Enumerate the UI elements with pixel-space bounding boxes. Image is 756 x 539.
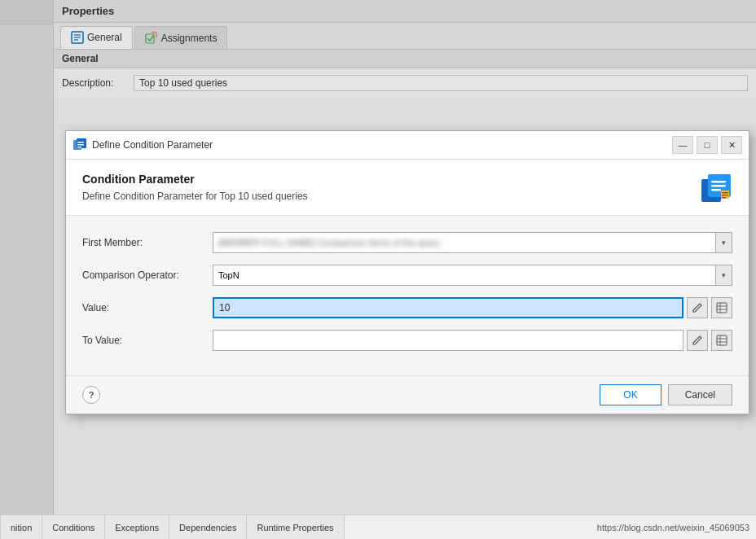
- dialog-title-text: Define Condition Parameter: [92, 139, 213, 151]
- dialog-footer: ? OK Cancel: [66, 375, 749, 414]
- svg-rect-25: [717, 335, 727, 345]
- svg-rect-9: [77, 142, 84, 143]
- svg-rect-15: [711, 185, 726, 187]
- dialog-maximize-button[interactable]: □: [697, 136, 718, 154]
- dialog-header-subtitle: Define Condition Parameter for Top 10 us…: [82, 191, 308, 202]
- table-icon: [716, 302, 727, 313]
- bottom-tab-exceptions[interactable]: Exceptions: [105, 515, 169, 539]
- comparison-operator-label: Comparison Operator:: [82, 270, 204, 281]
- svg-rect-19: [722, 195, 728, 196]
- comparison-operator-value: TopN: [218, 270, 240, 280]
- dialog-titlebar: Define Condition Parameter — □ ✕: [66, 131, 749, 160]
- dialog-controls: — □ ✕: [672, 136, 742, 154]
- to-value-edit-button[interactable]: [687, 330, 708, 351]
- comparison-operator-dropdown[interactable]: ▾: [716, 265, 732, 286]
- comparison-operator-row: Comparison Operator: TopN ▾: [82, 265, 732, 286]
- dialog-minimize-button[interactable]: —: [672, 136, 693, 154]
- comparison-operator-display[interactable]: TopN: [213, 265, 716, 286]
- dialog-header-title: Condition Parameter: [82, 173, 308, 186]
- to-value-row: To Value:: [82, 330, 732, 351]
- dialog-header-icon: [700, 173, 732, 205]
- footer-buttons: OK Cancel: [600, 384, 732, 405]
- svg-rect-14: [711, 181, 726, 183]
- first-member-label: First Member:: [82, 237, 204, 248]
- to-value-table-button[interactable]: [711, 330, 732, 351]
- value-table-button[interactable]: [711, 297, 732, 318]
- comparison-operator-control: TopN ▾: [213, 265, 732, 286]
- define-condition-dialog: Define Condition Parameter — □ ✕ Conditi…: [65, 130, 749, 414]
- svg-rect-10: [77, 144, 84, 146]
- cancel-button[interactable]: Cancel: [668, 384, 732, 405]
- value-control-wrap: [213, 297, 732, 318]
- pencil-icon-2: [692, 335, 703, 346]
- dialog-title-left: Define Condition Parameter: [73, 138, 213, 152]
- pencil-icon: [692, 302, 703, 313]
- value-row: Value:: [82, 297, 732, 318]
- bottom-tabs: nition Conditions Exceptions Dependencie…: [0, 515, 345, 539]
- value-input[interactable]: [213, 297, 683, 318]
- svg-rect-21: [717, 303, 727, 313]
- svg-rect-20: [722, 197, 726, 199]
- dialog-close-button[interactable]: ✕: [721, 136, 742, 154]
- first-member-row: First Member: [MEMBER FULL NAME] Compari…: [82, 232, 732, 253]
- to-value-label: To Value:: [82, 335, 204, 346]
- bottom-tab-dependencies[interactable]: Dependencies: [169, 515, 247, 539]
- bottom-url: https://blog.csdn.net/weixin_45069053: [597, 523, 756, 532]
- bottom-bar: nition Conditions Exceptions Dependencie…: [0, 515, 756, 539]
- value-label: Value:: [82, 302, 204, 313]
- bottom-tab-conditions[interactable]: Conditions: [42, 515, 105, 539]
- to-value-control-wrap: [213, 330, 732, 351]
- value-edit-button[interactable]: [687, 297, 708, 318]
- help-button[interactable]: ?: [82, 386, 100, 404]
- table-icon-2: [716, 335, 727, 346]
- dialog-title-icon: [73, 138, 87, 152]
- svg-rect-11: [77, 147, 81, 148]
- dialog-body: First Member: [MEMBER FULL NAME] Compari…: [66, 216, 749, 375]
- ok-button[interactable]: OK: [600, 384, 661, 405]
- svg-rect-18: [722, 192, 728, 194]
- bottom-tab-runtime[interactable]: Runtime Properties: [247, 515, 344, 539]
- svg-rect-16: [711, 189, 721, 191]
- first-member-control: [MEMBER FULL NAME] Comparison Items of t…: [213, 232, 732, 253]
- dialog-header-text: Condition Parameter Define Condition Par…: [82, 173, 308, 202]
- to-value-input[interactable]: [213, 330, 683, 351]
- first-member-display[interactable]: [MEMBER FULL NAME] Comparison Items of t…: [213, 232, 716, 253]
- dialog-header: Condition Parameter Define Condition Par…: [66, 160, 749, 216]
- first-member-value: [MEMBER FULL NAME] Comparison Items of t…: [218, 238, 440, 248]
- bottom-tab-definition[interactable]: nition: [0, 515, 42, 539]
- first-member-dropdown[interactable]: ▾: [716, 232, 732, 253]
